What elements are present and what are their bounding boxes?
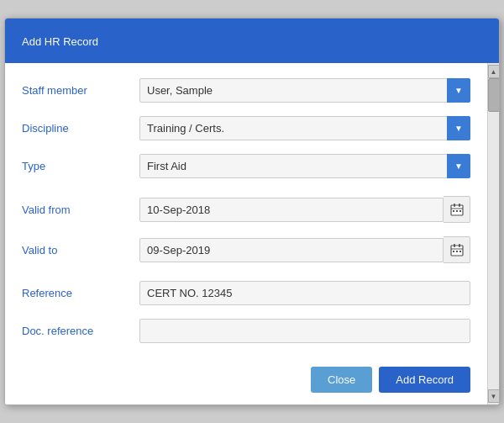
type-control: First Aid [139, 154, 470, 178]
staff-member-label: Staff member [22, 84, 139, 97]
modal-header: Add HR Record [5, 19, 499, 63]
doc-reference-input[interactable] [139, 319, 470, 343]
svg-rect-6 [459, 210, 461, 212]
type-select[interactable]: First Aid [139, 154, 470, 178]
discipline-control: Training / Certs. [139, 116, 470, 140]
valid-from-row: Valid from [5, 189, 487, 230]
scroll-thumb[interactable] [488, 78, 500, 112]
svg-rect-2 [459, 204, 460, 207]
svg-rect-4 [453, 210, 454, 212]
staff-member-control: User, Sample [139, 78, 470, 103]
scroll-up-button[interactable]: ▲ [488, 65, 500, 78]
add-record-button[interactable]: Add Record [379, 367, 470, 393]
valid-to-input[interactable] [139, 238, 444, 262]
reference-label: Reference [22, 287, 139, 299]
valid-to-label: Valid to [22, 244, 139, 256]
svg-rect-1 [454, 204, 455, 207]
discipline-label: Discipline [22, 122, 139, 135]
divider-2 [5, 272, 487, 272]
reference-input[interactable] [139, 281, 470, 305]
valid-to-calendar-icon[interactable] [444, 236, 470, 263]
modal-footer: Close Add Record [5, 358, 487, 404]
doc-reference-control [139, 319, 470, 343]
staff-member-row: Staff member User, Sample [5, 71, 487, 109]
scroll-down-button[interactable]: ▼ [488, 389, 500, 403]
staff-member-select[interactable]: User, Sample [139, 78, 470, 103]
modal-title: Add HR Record [22, 35, 98, 48]
scrollbar: ▲ ▼ [487, 63, 499, 404]
valid-to-row: Valid to [5, 230, 487, 270]
valid-from-calendar-icon[interactable] [444, 196, 470, 223]
divider-1 [5, 187, 487, 188]
add-hr-record-modal: Add HR Record Staff member User, Sample [4, 18, 500, 405]
reference-row: Reference [5, 274, 487, 312]
svg-rect-9 [459, 244, 460, 247]
modal-inner: Staff member User, Sample Discipline Tra… [5, 63, 499, 404]
modal-body: Staff member User, Sample Discipline Tra… [5, 63, 487, 358]
svg-rect-12 [456, 251, 458, 252]
discipline-row: Discipline Training / Certs. [5, 109, 487, 147]
valid-from-input[interactable] [139, 198, 444, 222]
discipline-select[interactable]: Training / Certs. [139, 116, 470, 140]
reference-control [139, 281, 470, 305]
svg-rect-13 [459, 251, 461, 252]
doc-reference-label: Doc. reference [22, 325, 139, 337]
valid-to-date-wrap [139, 236, 470, 263]
scroll-track [488, 78, 500, 389]
doc-reference-row: Doc. reference [5, 312, 487, 350]
valid-from-date-wrap [139, 196, 470, 223]
valid-from-control [139, 196, 470, 223]
valid-to-control [139, 236, 470, 263]
type-label: Type [22, 160, 139, 172]
type-row: Type First Aid [5, 147, 487, 185]
modal-content: Staff member User, Sample Discipline Tra… [5, 63, 487, 404]
svg-rect-11 [453, 251, 454, 252]
svg-rect-5 [456, 210, 458, 212]
close-button[interactable]: Close [311, 367, 372, 393]
valid-from-label: Valid from [22, 204, 139, 216]
svg-rect-8 [454, 244, 455, 247]
